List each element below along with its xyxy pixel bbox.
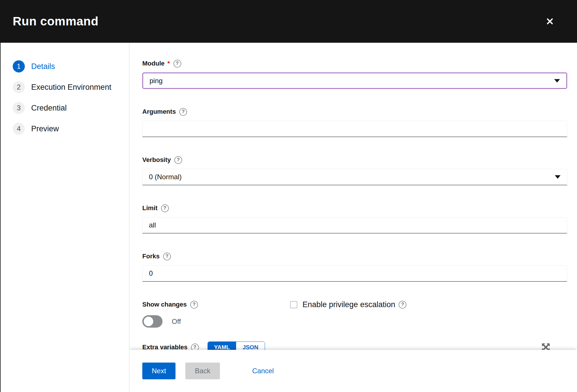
forks-input[interactable] (142, 265, 567, 282)
question-circle-icon[interactable]: ? (190, 301, 198, 309)
step-number-badge: 3 (13, 102, 25, 114)
close-button[interactable] (543, 14, 557, 28)
wizard-nav: 1 Details 2 Execution Environment 3 Cred… (0, 43, 129, 392)
details-form: Module * ? ping Arguments ? (129, 43, 577, 392)
question-circle-icon[interactable]: ? (174, 156, 182, 164)
show-changes-state: Off (172, 318, 181, 326)
wizard-step-details[interactable]: 1 Details (0, 56, 129, 77)
caret-down-icon (554, 79, 560, 83)
forks-field-group: Forks ? (142, 252, 567, 282)
show-changes-label: Show changes (142, 301, 187, 308)
toggle-knob (144, 317, 153, 326)
run-command-modal: Run command 1 Details 2 Execution Enviro… (0, 0, 577, 392)
step-number-badge: 2 (13, 81, 25, 93)
limit-label: Limit (142, 204, 158, 212)
step-label: Credential (31, 104, 67, 113)
limit-field-group: Limit ? (142, 204, 567, 234)
cancel-button[interactable]: Cancel (252, 363, 274, 379)
step-label: Execution Environment (31, 83, 111, 92)
limit-input[interactable] (142, 217, 567, 234)
x-icon (545, 23, 554, 27)
modal-header: Run command (0, 0, 577, 43)
question-circle-icon[interactable]: ? (173, 60, 181, 68)
modal-title: Run command (13, 14, 98, 28)
module-select[interactable]: ping (142, 72, 567, 89)
arguments-label: Arguments (142, 108, 176, 115)
next-button[interactable]: Next (142, 363, 175, 379)
question-circle-icon[interactable]: ? (179, 108, 187, 116)
required-asterisk: * (167, 60, 170, 67)
show-changes-toggle[interactable] (142, 315, 163, 328)
toggles-row: Show changes ? Off Enable privilege esca… (142, 300, 567, 328)
forks-label: Forks (142, 253, 160, 260)
wizard-step-credential[interactable]: 3 Credential (0, 98, 129, 118)
modal-body: 1 Details 2 Execution Environment 3 Cred… (0, 43, 577, 392)
caret-down-icon (555, 175, 561, 179)
arguments-field-group: Arguments ? (142, 107, 567, 137)
wizard-footer: Next Back Cancel (129, 350, 577, 392)
verbosity-select[interactable]: 0 (Normal) (142, 169, 567, 185)
step-number-badge: 4 (13, 123, 25, 135)
module-label: Module (142, 60, 165, 67)
verbosity-select-value: 0 (Normal) (149, 173, 182, 181)
arguments-input[interactable] (142, 121, 567, 137)
module-select-value: ping (150, 77, 163, 85)
step-label: Details (31, 62, 55, 71)
step-label: Preview (31, 124, 59, 133)
question-circle-icon[interactable]: ? (161, 204, 169, 212)
privilege-escalation-group: Enable privilege escalation ? (290, 300, 406, 309)
back-button[interactable]: Back (185, 363, 220, 379)
wizard-step-execution-environment[interactable]: 2 Execution Environment (0, 77, 129, 98)
step-number-badge: 1 (13, 60, 25, 72)
privilege-escalation-label: Enable privilege escalation (302, 300, 395, 309)
module-field-group: Module * ? ping (142, 59, 567, 89)
show-changes-group: Show changes ? Off (142, 300, 290, 328)
privilege-escalation-checkbox[interactable] (290, 301, 297, 308)
question-circle-icon[interactable]: ? (399, 301, 406, 309)
question-circle-icon[interactable]: ? (163, 253, 171, 260)
verbosity-field-group: Verbosity ? 0 (Normal) (142, 156, 567, 185)
wizard-step-preview[interactable]: 4 Preview (0, 118, 129, 139)
verbosity-label: Verbosity (142, 156, 171, 164)
